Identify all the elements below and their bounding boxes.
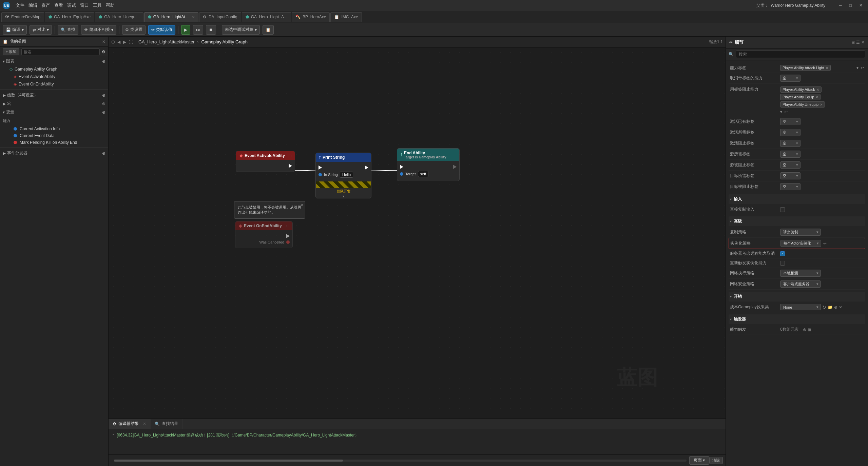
- instantiation-select[interactable]: 每个Actor实例化: [780, 240, 821, 247]
- folder-icon[interactable]: 📁: [828, 305, 833, 310]
- tab-ga-equipaxe[interactable]: ⬟ GA_Hero_EquipAxe: [45, 12, 94, 22]
- target-blocked-dropdown[interactable]: 空: [780, 183, 801, 190]
- var-current-event-data[interactable]: Current Event Data: [0, 132, 108, 139]
- add-trigger-btn[interactable]: ⊕: [803, 327, 806, 332]
- pin-in-string[interactable]: In String Hello: [316, 171, 371, 179]
- settings-icon[interactable]: ⚙: [102, 50, 105, 54]
- save-compile-btn[interactable]: 💾 编译 ▾: [3, 25, 27, 35]
- expand-icon[interactable]: ⛶: [129, 40, 133, 44]
- source-required-dropdown[interactable]: 空: [780, 151, 801, 158]
- expand-print-btn[interactable]: ▾: [316, 194, 371, 198]
- debug-target-dropdown[interactable]: 未选中调试对象 ▾: [222, 25, 260, 35]
- target-required-dropdown[interactable]: 空: [780, 172, 801, 179]
- remove-tag-btn[interactable]: ✕: [826, 66, 828, 70]
- section-cost[interactable]: ▾ 开销: [729, 292, 865, 302]
- pin-was-cancelled[interactable]: Was Cancelled: [235, 239, 292, 245]
- net-security-select[interactable]: 客户端或服务器: [780, 280, 821, 288]
- source-blocked-dropdown[interactable]: 空: [780, 161, 801, 169]
- node-event-activate[interactable]: ◈ Event ActivateAbility □: [236, 151, 295, 172]
- node-end-ability[interactable]: f End Ability Target is Gameplay Ability: [397, 148, 460, 181]
- cancel-tags-dropdown[interactable]: 空: [780, 75, 801, 82]
- scrollbar-horizontal[interactable]: [114, 460, 687, 462]
- var-mark-pending-kill[interactable]: Mark Pending Kill on Ability End: [0, 139, 108, 146]
- tab-find-results[interactable]: 🔍 查找结果: [151, 419, 182, 429]
- panel-close-btn[interactable]: ✕: [861, 40, 865, 45]
- hide-unrelated-btn[interactable]: 👁 隐藏不相关 ▾: [81, 25, 116, 35]
- tab-da-inputconfig[interactable]: ⚙ DA_InputConfig: [199, 12, 241, 22]
- section-trigger[interactable]: ▾ 触发器: [729, 314, 865, 324]
- add-dispatcher-btn[interactable]: ⊕: [102, 151, 105, 156]
- menu-window[interactable]: 窗口: [80, 2, 89, 8]
- menu-assets[interactable]: 资产: [41, 2, 50, 8]
- menu-help[interactable]: 帮助: [106, 2, 115, 8]
- menu-file[interactable]: 文件: [16, 2, 24, 8]
- find-btn[interactable]: 🔍 查找: [58, 25, 78, 35]
- list-view-btn[interactable]: ☰: [856, 40, 860, 45]
- delete-trigger-btn[interactable]: 🗑: [808, 327, 812, 332]
- section-input[interactable]: ▾ 输入: [729, 194, 865, 204]
- event-onend[interactable]: ◈ Event OnEndAbility: [0, 80, 108, 88]
- page-btn[interactable]: 页面 ▾: [689, 456, 709, 465]
- has-tags-dropdown[interactable]: 空: [780, 118, 801, 125]
- add-function-btn[interactable]: ⊕: [102, 93, 105, 98]
- win-min[interactable]: ─: [836, 3, 845, 8]
- tag-player-ability-attack[interactable]: Player.Ability.Attack ✕: [780, 86, 822, 93]
- refresh-icon[interactable]: ↻: [822, 305, 826, 310]
- section-variables[interactable]: ▾ 变量 ⊕: [0, 108, 108, 116]
- right-panel-search[interactable]: [736, 51, 865, 58]
- back-btn[interactable]: ◀: [117, 40, 120, 44]
- tab-featuredevmap[interactable]: 🗺 FeatureDevMap: [1, 12, 44, 22]
- node-print-string[interactable]: f Print String In String Hello: [315, 153, 371, 198]
- warning-close-btn[interactable]: ✕: [301, 203, 304, 207]
- tab-compiler-results[interactable]: ⚙ 编译器结果 ✕: [109, 419, 151, 429]
- menu-debug[interactable]: 调试: [67, 2, 76, 8]
- event-activate[interactable]: ◈ Event ActivateAbility: [0, 73, 108, 80]
- server-cancel-checkbox[interactable]: ✓: [780, 251, 785, 256]
- remove-tag-btn[interactable]: ✕: [816, 88, 819, 92]
- net-execution-select[interactable]: 本地预测: [780, 270, 821, 277]
- menu-view[interactable]: 查看: [54, 2, 63, 8]
- menu-tools[interactable]: 工具: [93, 2, 102, 8]
- tag-player-ability-unequip[interactable]: Player.Ability.Unequip ✕: [780, 101, 825, 108]
- reset-block-tags-btn[interactable]: ↩: [784, 110, 788, 114]
- clear-btn[interactable]: 清除: [709, 457, 723, 464]
- section-functions[interactable]: ▶ 函数（4可覆盖） ⊕: [0, 91, 108, 99]
- add-macro-btn[interactable]: ⊕: [102, 101, 105, 106]
- tab-bp-heroaxe[interactable]: 🪓 BP_HeroAxe: [292, 12, 330, 22]
- step-btn[interactable]: ⏭: [193, 25, 203, 35]
- compiler-tab-close[interactable]: ✕: [143, 422, 146, 426]
- node-event-onend[interactable]: ◈ Event OnEndAbility □ Was Cancelled: [235, 221, 293, 248]
- section-macros[interactable]: ▶ 宏 ⊕: [0, 99, 108, 108]
- add-graph-btn[interactable]: ⊕: [102, 59, 105, 64]
- debug-extra-btn[interactable]: 📋: [263, 25, 274, 35]
- tag-player-ability-equip[interactable]: Player.Ability.Equip ✕: [780, 94, 821, 100]
- pin-exec-out[interactable]: [236, 163, 295, 169]
- add-variable-btn[interactable]: ⊕: [102, 110, 105, 115]
- section-graph[interactable]: ▾ 图表 ⊕: [0, 57, 108, 65]
- remove-tag-btn[interactable]: ✕: [815, 95, 818, 99]
- menu-edit[interactable]: 编辑: [28, 2, 37, 8]
- replicate-policy-select[interactable]: 请勿复制: [780, 229, 821, 236]
- play-btn[interactable]: ▶: [181, 25, 190, 35]
- diff-btn[interactable]: ⇄ 对比 ▾: [30, 25, 52, 35]
- section-event-dispatchers[interactable]: ▶ 事件分发器 ⊕: [0, 149, 108, 157]
- reset-ability-tags-btn[interactable]: ↩: [861, 65, 864, 70]
- clear-icon[interactable]: ✕: [839, 305, 842, 310]
- var-current-activation-info[interactable]: Current Activation Info: [0, 125, 108, 132]
- tag-player-ability-attack-light[interactable]: Player.Ability.Attack.Light ✕: [780, 65, 831, 71]
- tab-ga-lightattack[interactable]: ⬟ GA_Hero_LightAt... ✕: [144, 12, 198, 22]
- left-panel-close[interactable]: ✕: [102, 39, 105, 44]
- section-advanced[interactable]: ▾ 高级: [729, 216, 865, 226]
- win-max[interactable]: □: [847, 3, 854, 8]
- add-block-tag-btn[interactable]: ▾: [780, 110, 782, 114]
- add-button[interactable]: + 添加: [3, 48, 19, 55]
- required-tags-dropdown[interactable]: 空: [780, 129, 801, 136]
- block-own-tags-dropdown[interactable]: 空: [780, 140, 801, 147]
- target-value[interactable]: self: [418, 171, 428, 177]
- graph-item-gameplay[interactable]: ◇ Gameplay Ability Graph: [0, 65, 108, 73]
- class-defaults-btn[interactable]: ✏ 类默认值: [148, 25, 175, 35]
- tab-ga-unequip[interactable]: ⬟ GA_Hero_Unequi...: [95, 12, 143, 22]
- pin-target[interactable]: Target self: [397, 170, 459, 178]
- forward-btn[interactable]: ▶: [123, 40, 126, 44]
- tab-imc-axe[interactable]: 📋 IMC_Axe: [330, 12, 362, 22]
